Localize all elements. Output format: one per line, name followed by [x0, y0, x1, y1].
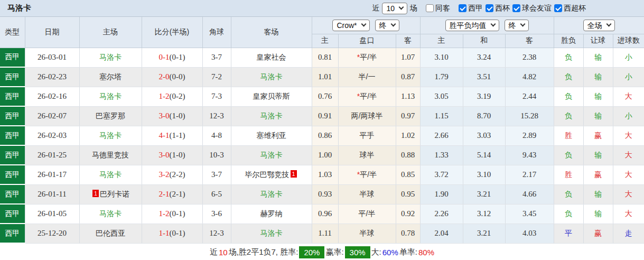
- home-team-name[interactable]: 巴列卡诺: [100, 190, 129, 198]
- home-team-cell: 1巴列卡诺: [79, 184, 142, 204]
- away-team-name[interactable]: 皇家贝蒂斯: [253, 92, 290, 100]
- home-team-name[interactable]: 马洛卡: [99, 209, 122, 218]
- fulltime-score: 3-2: [159, 170, 170, 179]
- bookmaker-select[interactable]: Crow*: [332, 20, 369, 31]
- score-cell: 0-1(0-1): [142, 48, 202, 67]
- single-rate-value: 80%: [418, 248, 434, 257]
- avg-group-header: 胜平负均值 终: [420, 17, 554, 34]
- bookmaker-state-value: 终: [379, 21, 387, 30]
- home-team-name[interactable]: 马洛卡: [99, 131, 122, 140]
- avg-home-cell: 2.26: [420, 204, 463, 224]
- date-cell: 26-01-17: [25, 165, 79, 184]
- away-team-name[interactable]: 赫罗纳: [260, 209, 283, 218]
- home-team-name[interactable]: 马洛卡: [99, 92, 122, 100]
- away-odds-cell: 0.88: [396, 145, 420, 165]
- scope-select[interactable]: 全场: [583, 20, 615, 31]
- avg-state-select[interactable]: 终: [505, 20, 529, 31]
- avg-home-cell: 1.15: [420, 106, 463, 126]
- home-team-name[interactable]: 巴塞罗那: [96, 112, 125, 120]
- home-odds-cell: 0.81: [312, 48, 338, 67]
- column-header-odds-home: 主: [312, 34, 338, 48]
- bookmaker-state-select[interactable]: 终: [375, 20, 399, 31]
- win-rate-badge: 20%: [299, 246, 324, 258]
- recent-count-select[interactable]: 10: [382, 3, 407, 14]
- column-header-res-wdl: 胜负: [554, 34, 583, 48]
- score-cell: 4-1(1-1): [142, 126, 202, 145]
- corners-cell: 6-5: [202, 184, 231, 204]
- halftime-score: (0-1): [170, 209, 185, 218]
- friendly-label: 球会友谊: [522, 4, 552, 13]
- handicap-result-cell: 输: [583, 145, 613, 165]
- handicap-value: 半球: [360, 229, 375, 237]
- handicap-value: 平/半: [360, 53, 377, 61]
- away-team-name[interactable]: 马洛卡: [260, 112, 283, 120]
- away-team-name[interactable]: 塞维利亚: [257, 131, 286, 140]
- home-team-cell: 马洛卡: [79, 165, 142, 184]
- column-header-avg-away: 客: [505, 34, 554, 48]
- supercup-checkbox[interactable]: [554, 4, 562, 12]
- avg-draw-cell: 3.19: [463, 87, 505, 106]
- avg-home-cell: 3.72: [420, 165, 463, 184]
- handicap-cell: 平/半: [338, 204, 396, 224]
- home-team-cell: 马德里竞技: [79, 145, 142, 165]
- avg-away-cell: 4.66: [505, 184, 554, 204]
- away-team-name[interactable]: 马洛卡: [260, 229, 283, 237]
- away-team-name[interactable]: 马洛卡: [260, 151, 283, 159]
- avg-away-cell: 2.17: [505, 165, 554, 184]
- home-team-name[interactable]: 马德里竞技: [92, 151, 129, 159]
- home-odds-cell: 0.86: [312, 126, 338, 145]
- table-row: 西甲 26-01-25 马德里竞技 3-0(1-0) 10-3 马洛卡 1.00…: [0, 145, 644, 165]
- away-team-name[interactable]: 马洛卡: [260, 190, 283, 198]
- column-header-score: 比分(半场): [142, 17, 202, 48]
- summary-count: 10: [219, 248, 228, 257]
- table-row: 西甲 26-03-01 马洛卡 0-1(0-1) 3-7 皇家社会 0.81 *…: [0, 48, 644, 67]
- laliga-checkbox[interactable]: [459, 4, 466, 12]
- handicap-group-header: Crow* 终: [312, 17, 420, 34]
- away-team-name[interactable]: 马洛卡: [260, 72, 283, 81]
- wdl-result-cell: 负: [554, 145, 583, 165]
- filter-copa: 西杯: [486, 4, 510, 13]
- away-odds-cell: 0.97: [396, 106, 420, 126]
- column-header-corner: 角球: [202, 17, 231, 48]
- halftime-score: (0-1): [170, 53, 185, 61]
- fulltime-score: 0-1: [159, 53, 170, 61]
- handicap-value: 平/半: [359, 209, 376, 218]
- fulltime-score: 1-2: [159, 209, 170, 218]
- fulltime-score: 4-1: [159, 131, 170, 140]
- chevron-down-icon: [490, 22, 496, 27]
- corners-cell: 12-3: [202, 224, 231, 243]
- handicap-cell: *平/半: [338, 48, 396, 67]
- avg-select[interactable]: 胜平负均值: [445, 20, 499, 31]
- wdl-result-cell: 负: [554, 48, 583, 67]
- same-away-checkbox[interactable]: [426, 4, 434, 12]
- goals-result-cell: 小: [613, 106, 644, 126]
- handicap-cell: 两/两球半: [338, 106, 396, 126]
- away-team-cell: 塞维利亚: [231, 126, 312, 145]
- score-cell: 3-2(2-2): [142, 165, 202, 184]
- handicap-cell: 半球: [338, 224, 396, 243]
- corners-cell: 3-7: [202, 48, 231, 67]
- fulltime-score: 3-0: [159, 151, 170, 159]
- column-header-avg-home: 主: [420, 34, 463, 48]
- league-cell: 西甲: [0, 48, 25, 67]
- corners-cell: 3-6: [202, 204, 231, 224]
- home-team-name[interactable]: 塞尔塔: [99, 72, 122, 81]
- copa-checkbox[interactable]: [486, 4, 493, 12]
- date-cell: 26-03-01: [25, 48, 79, 67]
- handicap-result-cell: 赢: [583, 165, 613, 184]
- avg-away-cell: 15.28: [505, 106, 554, 126]
- away-team-cell: 皇家贝蒂斯: [231, 87, 312, 106]
- handicap-cell: *平/半: [338, 87, 396, 106]
- date-cell: 26-02-07: [25, 106, 79, 126]
- avg-away-cell: 2.44: [505, 87, 554, 106]
- home-team-name[interactable]: 马洛卡: [99, 53, 122, 61]
- friendly-checkbox[interactable]: [512, 4, 520, 12]
- away-team-name[interactable]: 皇家社会: [257, 53, 286, 61]
- away-team-cell: 马洛卡: [231, 224, 312, 243]
- away-team-name[interactable]: 毕尔巴鄂竞技: [245, 170, 290, 179]
- home-team-name[interactable]: 巴伦西亚: [96, 229, 125, 237]
- league-cell: 西甲: [0, 106, 25, 126]
- away-team-cell: 马洛卡: [231, 184, 312, 204]
- home-team-name[interactable]: 马洛卡: [99, 170, 122, 179]
- handicap-value: 平/半: [360, 92, 377, 100]
